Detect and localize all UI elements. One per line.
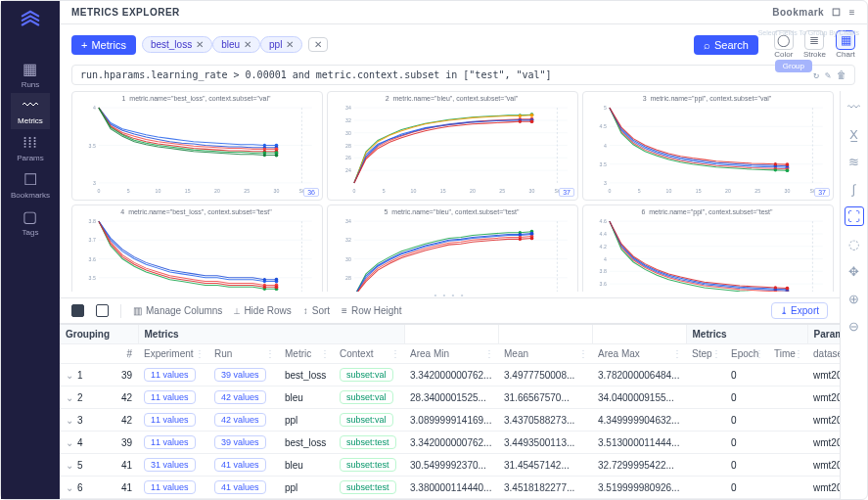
context-chip[interactable]: subset:val	[340, 390, 393, 404]
col-menu-icon[interactable]: ⋮	[265, 348, 275, 359]
context-chip[interactable]: subset:test	[340, 458, 396, 472]
export-button[interactable]: ⤓ Export	[771, 302, 828, 319]
tool-stroke[interactable]: ≣Stroke	[803, 30, 826, 59]
chart-2[interactable]: 2 metric.name="bleu", context.subset="va…	[327, 91, 578, 201]
expand-row-icon[interactable]: ⌄	[66, 370, 74, 381]
expand-row-icon[interactable]: ⌄	[66, 392, 74, 403]
col-menu-icon[interactable]: ⋮	[578, 348, 588, 359]
col-mean[interactable]: Mean⋮	[498, 344, 592, 364]
metric-pill-ppl[interactable]: ppl✕	[260, 36, 302, 53]
aggregate-icon[interactable]: ≋	[845, 152, 864, 171]
bookmark-icon[interactable]: ☐	[832, 7, 842, 18]
table-row[interactable]: ⌄5 41 31 values 41 values bleu subset:te…	[60, 454, 840, 477]
col-run[interactable]: Run⋮	[208, 344, 279, 364]
row-height-button[interactable]: ≡ Row Height	[342, 305, 402, 316]
experiment-chip[interactable]: 11 values	[144, 413, 196, 427]
col-step[interactable]: Step⋮	[686, 344, 725, 364]
view-card-icon[interactable]	[71, 304, 84, 317]
edit-icon[interactable]: ✎	[825, 69, 831, 80]
query-bar[interactable]: run.hparams.learning_rate > 0.00001 and …	[71, 65, 855, 85]
col-menu-icon[interactable]: ⋮	[320, 348, 330, 359]
expand-row-icon[interactable]: ⌄	[66, 460, 74, 471]
chart-4[interactable]: 4 metric.name="best_loss", context.subse…	[71, 205, 323, 292]
nav-runs[interactable]: ▦Runs	[11, 56, 50, 93]
col-[interactable]: #⋮	[111, 344, 138, 364]
tool-chart[interactable]: ▦Chart	[836, 30, 855, 59]
axis-icon[interactable]: X̲	[845, 124, 864, 144]
remove-pill-icon[interactable]: ✕	[286, 39, 294, 50]
experiment-chip[interactable]: 31 values	[144, 458, 196, 472]
run-chip[interactable]: 42 values	[214, 413, 266, 427]
chart-1[interactable]: 1 metric.name="best_loss", context.subse…	[71, 91, 323, 201]
run-chip[interactable]: 39 values	[214, 368, 266, 382]
experiment-chip[interactable]: 11 values	[144, 368, 196, 382]
expand-row-icon[interactable]: ⌄	[66, 482, 74, 493]
metric-pill-bleu[interactable]: bleu✕	[212, 36, 260, 53]
col-menu-icon[interactable]: ⋮	[672, 348, 682, 359]
context-chip[interactable]: subset:val	[340, 368, 393, 382]
col-time[interactable]: Time⋮	[768, 344, 807, 364]
col-metric[interactable]: Metric⋮	[279, 344, 334, 364]
hide-rows-button[interactable]: ⟂ Hide Rows	[234, 305, 291, 316]
table-row[interactable]: ⌄2 42 11 values 42 values bleu subset:va…	[60, 386, 840, 409]
experiment-chip[interactable]: 11 values	[144, 390, 196, 404]
remove-pill-icon[interactable]: ✕	[244, 39, 251, 50]
context-chip[interactable]: subset:val	[340, 413, 393, 427]
sort-button[interactable]: ↕ Sort	[303, 305, 330, 316]
table-row[interactable]: ⌄4 39 11 values 39 values best_loss subs…	[60, 432, 840, 454]
nav-metrics[interactable]: 〰Metrics	[11, 93, 50, 129]
view-list-icon[interactable]	[96, 304, 109, 317]
clear-pills-button[interactable]: ✕	[308, 37, 328, 52]
expand-row-icon[interactable]: ⌄	[66, 415, 74, 426]
tool-color[interactable]: ◯Color	[774, 30, 794, 59]
table-row[interactable]: ⌄3 42 11 values 42 values ppl subset:val…	[60, 409, 840, 432]
col-menu-icon[interactable]: ⋮	[711, 348, 721, 359]
nav-tags[interactable]: ▢Tags	[11, 204, 50, 241]
trend-icon[interactable]: 〰	[845, 97, 864, 116]
smoothing-icon[interactable]: ∫	[845, 179, 864, 199]
col-menu-icon[interactable]: ⋮	[794, 348, 803, 359]
table-row[interactable]: ⌄6 41 11 values 41 values ppl subset:tes…	[60, 477, 840, 499]
nav-bookmarks[interactable]: ☐Bookmarks	[11, 166, 50, 204]
experiment-chip[interactable]: 11 values	[144, 435, 196, 449]
add-metrics-button[interactable]: + Metrics	[71, 35, 136, 55]
col-areamax[interactable]: Area Max⋮	[592, 344, 686, 364]
col-epoch[interactable]: Epoch⋮	[725, 344, 768, 364]
context-chip[interactable]: subset:test	[340, 435, 396, 449]
crop-icon[interactable]: ◌	[845, 234, 864, 253]
svg-point-83	[774, 168, 777, 171]
chart-6[interactable]: 6 metric.name="ppl", context.subset="tes…	[582, 205, 834, 292]
col-areamin[interactable]: Area Min⋮	[404, 344, 498, 364]
col-menu-icon[interactable]: ⋮	[124, 348, 134, 359]
run-chip[interactable]: 41 values	[214, 458, 266, 472]
run-chip[interactable]: 41 values	[214, 480, 266, 494]
col-menu-icon[interactable]: ⋮	[754, 348, 764, 359]
metric-pill-best_loss[interactable]: best_loss✕	[142, 36, 212, 53]
expand-icon[interactable]: ⛶	[845, 206, 864, 226]
refresh-icon[interactable]: ↻	[813, 69, 819, 80]
col-datasetname[interactable]: dataset.name⋮	[807, 344, 840, 364]
search-button[interactable]: ⌕ Search	[694, 35, 758, 55]
col-context[interactable]: Context⋮	[334, 344, 404, 364]
col-experiment[interactable]: Experiment⋮	[138, 344, 208, 364]
run-chip[interactable]: 42 values	[214, 390, 266, 404]
chart-5[interactable]: 5 metric.name="bleu", context.subset="te…	[327, 205, 578, 292]
expand-row-icon[interactable]: ⌄	[66, 437, 74, 448]
zoom-out-icon[interactable]: ⊖	[845, 316, 864, 336]
manage-columns-button[interactable]: ▥ Manage Columns	[133, 305, 222, 316]
delete-icon[interactable]: 🗑	[837, 69, 846, 80]
context-chip[interactable]: subset:test	[340, 480, 396, 494]
remove-pill-icon[interactable]: ✕	[196, 39, 204, 50]
chart-3[interactable]: 3 metric.name="ppl", context.subset="val…	[582, 91, 834, 201]
bookmark-link[interactable]: Bookmark	[772, 7, 824, 18]
table-row[interactable]: ⌄1 39 11 values 39 values best_loss subs…	[60, 364, 840, 386]
col-menu-icon[interactable]: ⋮	[195, 348, 205, 359]
menu-icon[interactable]: ≡	[849, 7, 855, 18]
col-menu-icon[interactable]: ⋮	[390, 348, 400, 359]
nav-params[interactable]: ⁞⁞⁞Params	[11, 129, 50, 166]
move-icon[interactable]: ✥	[845, 261, 864, 281]
zoom-in-icon[interactable]: ⊕	[845, 289, 864, 308]
experiment-chip[interactable]: 11 values	[144, 480, 196, 494]
col-menu-icon[interactable]: ⋮	[484, 348, 494, 359]
run-chip[interactable]: 39 values	[214, 435, 266, 449]
